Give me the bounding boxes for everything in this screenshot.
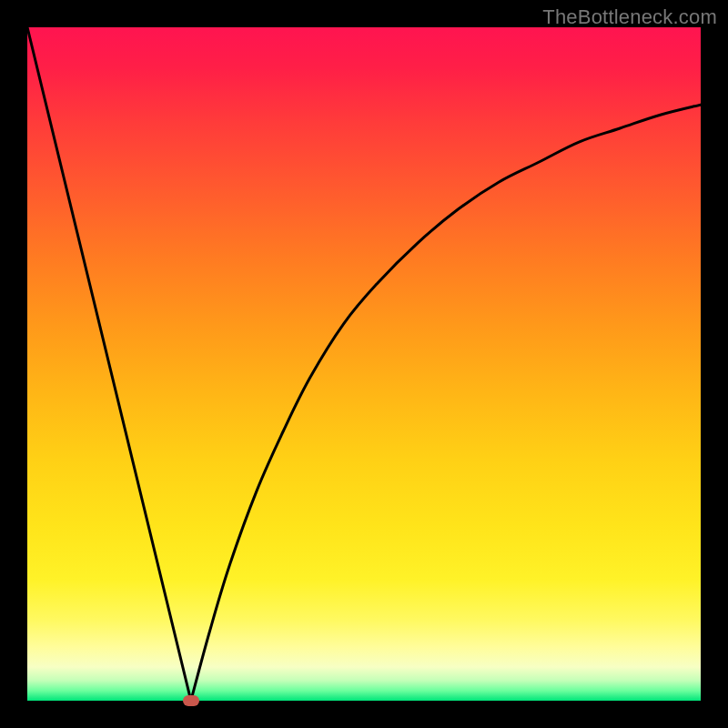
watermark-text: TheBottleneck.com — [542, 5, 717, 29]
chart-frame: TheBottleneck.com — [0, 0, 728, 728]
curve-left-branch — [27, 27, 191, 701]
curve-layer — [27, 27, 701, 701]
minimum-marker — [183, 695, 199, 706]
curve-right-branch — [191, 105, 701, 701]
